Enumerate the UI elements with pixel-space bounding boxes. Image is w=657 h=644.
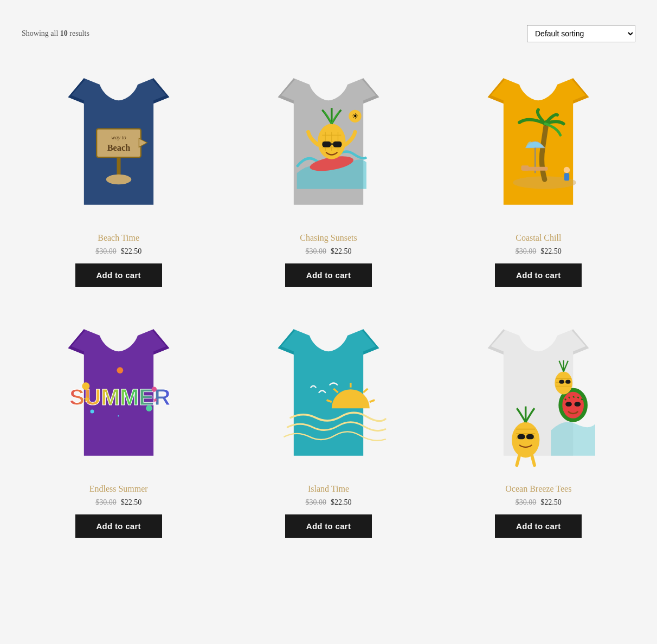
svg-rect-42: [575, 402, 581, 407]
add-to-cart-button-6[interactable]: Add to cart: [495, 514, 582, 538]
add-to-cart-button-5[interactable]: Add to cart: [285, 514, 372, 538]
svg-rect-17: [521, 165, 529, 170]
svg-rect-45: [565, 380, 570, 384]
svg-line-38: [532, 456, 535, 466]
product-card-4: SUMMER ★ ★ •: [22, 308, 215, 538]
product-pricing-3: $30.00 $22.50: [516, 247, 562, 256]
add-to-cart-button-2[interactable]: Add to cart: [285, 263, 372, 287]
add-to-cart-button-1[interactable]: Add to cart: [75, 263, 162, 287]
svg-rect-44: [559, 380, 564, 384]
svg-line-37: [517, 456, 520, 466]
price-sale-3: $22.50: [540, 247, 562, 256]
svg-text:★: ★: [82, 394, 90, 404]
svg-rect-41: [565, 402, 572, 407]
price-original-5: $30.00: [305, 498, 326, 507]
svg-point-23: [90, 410, 94, 414]
results-count: Showing all 10 results: [22, 29, 89, 38]
price-original-4: $30.00: [95, 498, 117, 507]
price-sale-2: $22.50: [331, 247, 352, 256]
svg-rect-10: [333, 141, 342, 147]
svg-line-32: [370, 400, 375, 402]
price-sale-5: $22.50: [331, 498, 352, 507]
svg-rect-19: [564, 173, 569, 181]
product-image-3: [442, 57, 635, 226]
svg-text:Beach: Beach: [107, 143, 130, 153]
price-sale-1: $22.50: [121, 247, 142, 256]
svg-point-18: [564, 167, 570, 173]
product-card-2: ☀ Chasing Sunsets $30.00 $22.50 Add to c…: [231, 57, 425, 287]
product-image-6: [442, 308, 635, 476]
svg-rect-35: [518, 434, 525, 439]
product-name-3: Coastal Chill: [516, 233, 561, 243]
product-image-5: [231, 308, 425, 476]
svg-point-21: [82, 382, 89, 390]
svg-text:way to: way to: [111, 135, 126, 141]
product-name-5: Island Time: [308, 484, 349, 494]
add-to-cart-button-4[interactable]: Add to cart: [75, 514, 162, 538]
price-sale-4: $22.50: [121, 498, 142, 507]
toolbar: Showing all 10 results Default sorting S…: [22, 25, 635, 42]
product-card-6: Ocean Breeze Tees $30.00 $22.50 Add to c…: [442, 308, 635, 538]
product-image-1: way to Beach: [22, 57, 215, 226]
product-pricing-4: $30.00 $22.50: [95, 498, 141, 507]
product-pricing-1: $30.00 $22.50: [95, 247, 141, 256]
price-original-6: $30.00: [516, 498, 537, 507]
svg-point-1: [106, 175, 131, 185]
product-pricing-5: $30.00 $22.50: [305, 498, 351, 507]
svg-text:☀: ☀: [352, 112, 359, 120]
product-name-1: Beach Time: [98, 233, 139, 243]
product-card-3: Coastal Chill $30.00 $22.50 Add to cart: [442, 57, 635, 287]
svg-text:★: ★: [152, 397, 158, 404]
product-pricing-2: $30.00 $22.50: [305, 247, 351, 256]
product-name-6: Ocean Breeze Tees: [505, 484, 571, 494]
svg-point-34: [512, 422, 539, 458]
svg-point-22: [151, 387, 156, 392]
product-card-5: Island Time $30.00 $22.50 Add to cart: [231, 308, 425, 538]
products-grid: way to Beach Beach Time $30.00 $22.50 Ad…: [22, 57, 635, 538]
svg-text:•: •: [117, 414, 119, 419]
svg-rect-9: [322, 141, 331, 147]
product-name-4: Endless Summer: [89, 484, 148, 494]
svg-point-24: [146, 405, 152, 411]
add-to-cart-button-3[interactable]: Add to cart: [495, 263, 582, 287]
product-card-1: way to Beach Beach Time $30.00 $22.50 Ad…: [22, 57, 215, 287]
price-sale-6: $22.50: [540, 498, 562, 507]
sorting-select[interactable]: Default sorting Sort by popularity Sort …: [527, 25, 635, 42]
price-original-1: $30.00: [95, 247, 117, 256]
svg-rect-36: [526, 434, 534, 439]
svg-line-30: [363, 389, 368, 392]
price-original-3: $30.00: [516, 247, 537, 256]
product-image-4: SUMMER ★ ★ •: [22, 308, 215, 476]
price-original-2: $30.00: [305, 247, 326, 256]
svg-point-25: [117, 367, 123, 373]
product-image-2: ☀: [231, 57, 425, 226]
product-name-2: Chasing Sunsets: [300, 233, 357, 243]
product-pricing-6: $30.00 $22.50: [516, 498, 562, 507]
